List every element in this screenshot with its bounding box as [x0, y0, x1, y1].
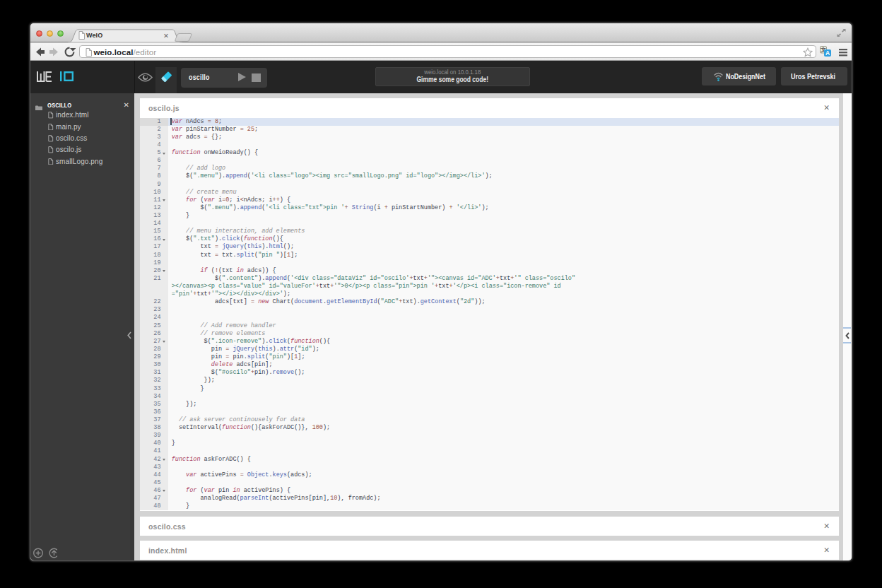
svg-text:A: A [825, 49, 830, 57]
